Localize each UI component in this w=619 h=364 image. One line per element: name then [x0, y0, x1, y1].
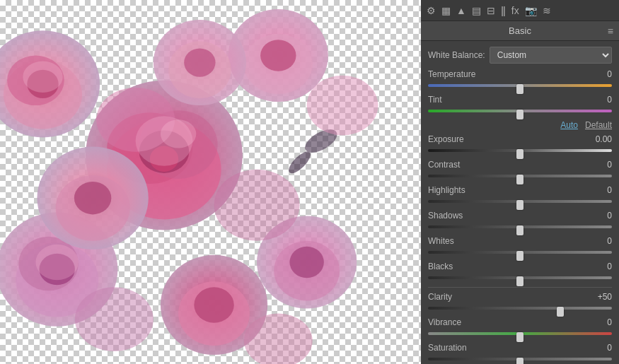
- white-balance-select[interactable]: Custom As Shot Auto Daylight Cloudy Shad…: [490, 47, 612, 64]
- shadows-slider[interactable]: [428, 222, 612, 232]
- saturation-slider[interactable]: [428, 354, 612, 364]
- svg-point-37: [161, 119, 196, 148]
- whites-label: Whites: [428, 236, 454, 246]
- saturation-row: Saturation 0: [428, 343, 612, 364]
- svg-point-25: [184, 48, 215, 76]
- exposure-row: Exposure 0.00: [428, 134, 612, 155]
- blacks-row: Blacks 0: [428, 262, 612, 283]
- vibrance-row: Vibrance 0: [428, 317, 612, 339]
- hsl-icon[interactable]: ⊟: [487, 5, 495, 16]
- exposure-label: Exposure: [428, 134, 464, 144]
- white-balance-label: White Balance:: [428, 50, 485, 60]
- detail-icon[interactable]: ▲: [456, 5, 466, 16]
- panel-content: White Balance: Custom As Shot Auto Dayli…: [421, 41, 619, 364]
- highlights-label: Highlights: [428, 185, 465, 195]
- image-canvas: [0, 0, 421, 364]
- svg-point-33: [307, 76, 378, 136]
- calibration-icon[interactable]: ≋: [543, 5, 551, 16]
- auto-button[interactable]: Auto: [560, 120, 578, 130]
- contrast-value: 0: [591, 160, 612, 170]
- tone-icon[interactable]: ǁ: [501, 5, 506, 16]
- contrast-slider[interactable]: [428, 171, 612, 181]
- clarity-label: Clarity: [428, 292, 452, 302]
- shadows-label: Shadows: [428, 211, 463, 221]
- white-balance-row: White Balance: Custom As Shot Auto Dayli…: [428, 47, 612, 64]
- blacks-value: 0: [591, 262, 612, 271]
- shadows-row: Shadows 0: [428, 211, 612, 232]
- panel-toolbar: ⚙ ▦ ▲ ▤ ⊟ ǁ fx 📷 ≋: [421, 0, 619, 21]
- whites-value: 0: [591, 236, 612, 246]
- svg-point-34: [75, 287, 154, 351]
- whites-slider[interactable]: [428, 247, 612, 257]
- svg-point-12: [260, 40, 296, 71]
- camera-icon[interactable]: 📷: [525, 5, 537, 16]
- highlights-value: 0: [591, 185, 612, 195]
- exposure-value: 0.00: [591, 134, 612, 144]
- grid-icon[interactable]: ▦: [441, 5, 451, 16]
- highlights-slider[interactable]: [428, 196, 612, 206]
- svg-point-39: [35, 245, 79, 280]
- whites-row: Whites 0: [428, 236, 612, 257]
- lens-icon[interactable]: ▤: [472, 5, 481, 16]
- clarity-slider[interactable]: [428, 303, 612, 313]
- svg-point-19: [194, 287, 233, 322]
- auto-default-row: Auto Default: [428, 120, 612, 130]
- blacks-label: Blacks: [428, 262, 453, 271]
- panel-title: Basic: [509, 25, 531, 36]
- temperature-value: 0: [591, 69, 612, 79]
- shadows-value: 0: [591, 211, 612, 221]
- vibrance-value: 0: [591, 317, 612, 327]
- panel-menu-icon[interactable]: ≡: [608, 25, 613, 37]
- saturation-value: 0: [591, 343, 612, 353]
- tint-slider[interactable]: [428, 106, 612, 116]
- default-button[interactable]: Default: [585, 120, 612, 130]
- clarity-row: Clarity +50: [428, 292, 612, 313]
- vibrance-label: Vibrance: [428, 317, 461, 327]
- saturation-label: Saturation: [428, 343, 467, 353]
- tint-label: Tint: [428, 95, 442, 105]
- panel-header: Basic ≡: [421, 21, 619, 41]
- contrast-row: Contrast 0: [428, 160, 612, 181]
- svg-point-22: [74, 182, 111, 214]
- svg-point-30: [286, 148, 314, 177]
- tint-value: 0: [591, 95, 612, 105]
- svg-point-38: [23, 61, 62, 93]
- contrast-label: Contrast: [428, 160, 460, 170]
- histogram-icon[interactable]: ⚙: [427, 5, 436, 16]
- vibrance-slider[interactable]: [428, 329, 612, 339]
- highlights-row: Highlights 0: [428, 185, 612, 206]
- divider: [428, 287, 612, 288]
- tint-row: Tint 0: [428, 95, 612, 116]
- svg-point-32: [214, 170, 300, 241]
- blacks-slider[interactable]: [428, 273, 612, 283]
- svg-point-28: [289, 247, 323, 278]
- clarity-value: +50: [591, 292, 612, 302]
- temperature-label: Temperature: [428, 69, 475, 79]
- temperature-row: Temperature 0: [428, 69, 612, 90]
- exposure-slider[interactable]: [428, 146, 612, 155]
- temperature-slider[interactable]: [428, 81, 612, 90]
- fx-icon[interactable]: fx: [511, 5, 519, 16]
- adjustment-panel: ⚙ ▦ ▲ ▤ ⊟ ǁ fx 📷 ≋ Basic ≡ White Balance…: [421, 0, 619, 364]
